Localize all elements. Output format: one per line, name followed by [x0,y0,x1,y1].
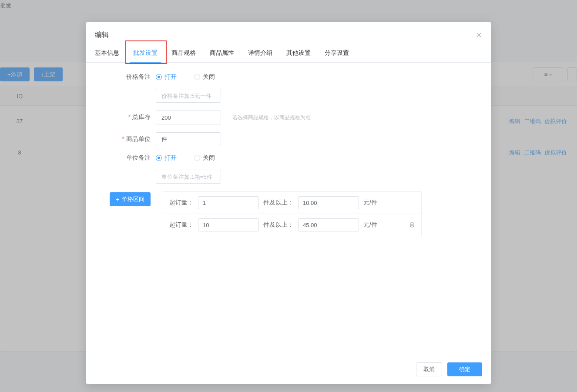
total-stock-input[interactable] [156,111,221,124]
unit-note-radio-off[interactable]: 关闭 [194,154,215,162]
tab-detail[interactable]: 详情介绍 [248,44,272,62]
cancel-button[interactable]: 取消 [416,362,442,376]
range-above-label: 件及以上： [263,199,294,207]
tab-spec[interactable]: 商品规格 [171,44,196,62]
tab-attr[interactable]: 商品属性 [210,44,234,62]
add-price-range-button[interactable]: + 价格区间 [110,192,151,206]
tab-other[interactable]: 其他设置 [286,44,311,62]
price-note-input[interactable] [156,89,221,103]
total-stock-label: *总库存 [95,114,156,121]
range-unit-label: 元/件 [363,199,377,207]
range-unit-label: 元/件 [363,221,377,229]
edit-modal: 编辑 ✕ 基本信息 批发设置 商品规格 商品属性 详情介绍 其他设置 分享设置 … [86,22,491,384]
tab-share[interactable]: 分享设置 [325,44,349,62]
range-price-input[interactable] [298,218,359,231]
trash-icon[interactable] [409,221,415,229]
radio-dot-icon [194,74,200,80]
price-range-row: 起订量： 件及以上： 元/件 [163,192,421,214]
price-range-table: 起订量： 件及以上： 元/件 起订量： 件及以上： 元/件 [163,191,422,236]
radio-dot-icon [156,74,162,80]
unit-note-label: 单位备注 [95,154,156,162]
unit-label-text: 商品单位 [126,135,151,142]
confirm-button[interactable]: 确定 [447,362,482,376]
unit-input[interactable] [156,132,221,146]
radio-off-label: 关闭 [203,73,215,81]
price-range-row: 起订量： 件及以上： 元/件 [163,214,421,236]
total-stock-hint: 若选择商品规格，以商品规格为准 [232,114,311,121]
close-icon[interactable]: ✕ [476,31,482,39]
add-range-label: 价格区间 [122,195,144,203]
total-stock-label-text: 总库存 [132,114,151,121]
price-note-radio-off[interactable]: 关闭 [194,73,215,81]
radio-dot-icon [156,155,162,161]
modal-title: 编辑 [95,30,476,40]
radio-off-label: 关闭 [203,154,215,162]
range-above-label: 件及以上： [263,221,294,229]
unit-label: *商品单位 [95,135,156,143]
range-moq-label: 起订量： [169,221,194,229]
price-note-radio-on[interactable]: 打开 [156,73,177,81]
tab-basic[interactable]: 基本信息 [95,44,119,62]
price-note-label: 价格备注 [95,73,156,81]
plus-icon: + [116,196,119,203]
range-moq-input[interactable] [198,196,259,209]
radio-on-label: 打开 [164,73,177,81]
range-price-input[interactable] [298,196,359,209]
radio-on-label: 打开 [164,154,177,162]
modal-overlay: 编辑 ✕ 基本信息 批发设置 商品规格 商品属性 详情介绍 其他设置 分享设置 … [0,0,577,392]
tab-wholesale[interactable]: 批发设置 [133,44,158,62]
radio-dot-icon [194,155,200,161]
range-moq-input[interactable] [198,218,259,231]
unit-note-input[interactable] [156,170,221,184]
modal-tabs: 基本信息 批发设置 商品规格 商品属性 详情介绍 其他设置 分享设置 [86,44,491,63]
unit-note-radio-on[interactable]: 打开 [156,154,177,162]
range-moq-label: 起订量： [169,199,194,207]
modal-footer: 取消 确定 [86,356,491,384]
